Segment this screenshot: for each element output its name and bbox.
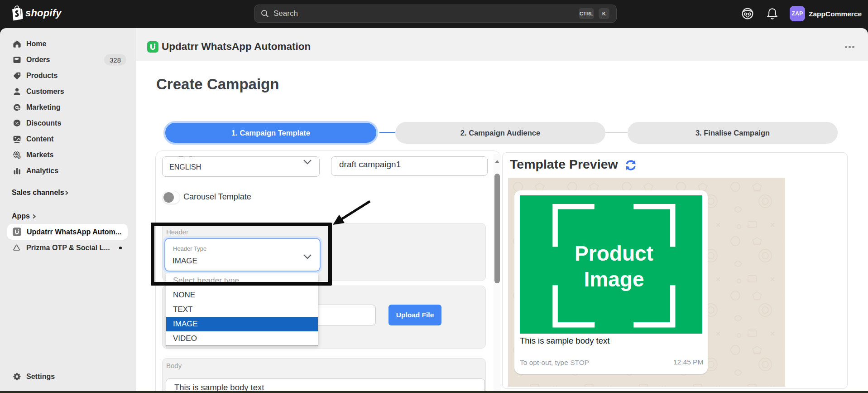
- svg-text:Product: Product: [575, 242, 653, 265]
- svg-text:Image: Image: [584, 267, 644, 291]
